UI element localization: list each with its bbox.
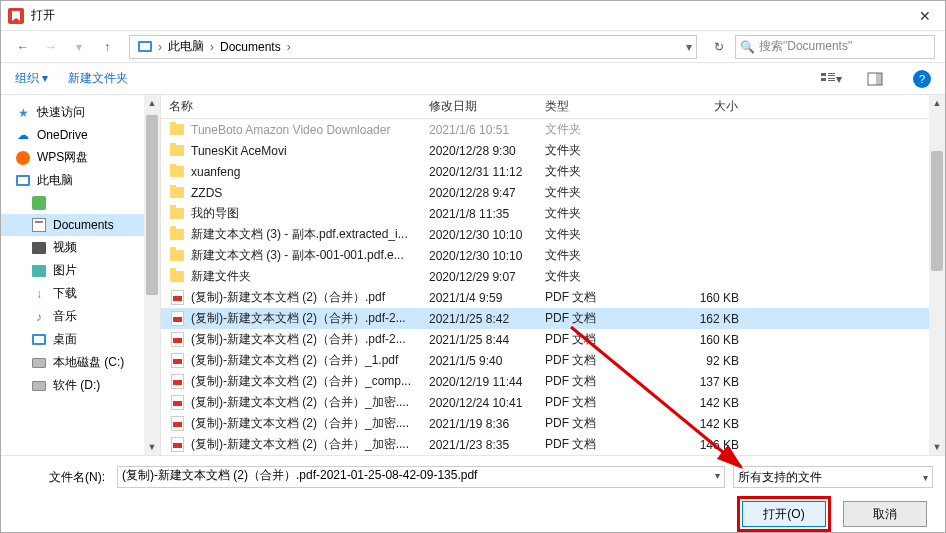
folder-icon (169, 185, 185, 201)
breadcrumb-folder[interactable]: Documents (216, 40, 285, 54)
newfolder-button[interactable]: 新建文件夹 (68, 70, 128, 87)
folder-icon (169, 227, 185, 243)
breadcrumb-root-icon[interactable] (134, 41, 156, 52)
file-name: ZZDS (191, 186, 222, 200)
file-type: PDF 文档 (537, 415, 647, 432)
file-type: PDF 文档 (537, 436, 647, 453)
table-row[interactable]: (复制)-新建文本文档 (2)（合并）.pdf2021/1/4 9:59PDF … (161, 287, 945, 308)
nav-forward-button[interactable]: → (39, 35, 63, 59)
table-row[interactable]: 新建文件夹2020/12/29 9:07文件夹 (161, 266, 945, 287)
table-row[interactable]: TunesKit AceMovi2020/12/28 9:30文件夹 (161, 140, 945, 161)
folder-icon (169, 164, 185, 180)
sidebar-scrollbar[interactable]: ▲ ▼ (144, 95, 160, 455)
file-type: 文件夹 (537, 121, 647, 138)
filelist-scrollbar[interactable]: ▲ ▼ (929, 95, 945, 455)
col-name[interactable]: 名称 (161, 98, 421, 115)
refresh-button[interactable]: ↻ (707, 35, 731, 59)
table-row[interactable]: (复制)-新建文本文档 (2)（合并）.pdf-2...2021/1/25 8:… (161, 308, 945, 329)
table-row[interactable]: (复制)-新建文本文档 (2)（合并）_1.pdf2021/1/5 9:40PD… (161, 350, 945, 371)
titlebar: 打开 ✕ (1, 1, 945, 31)
file-type: PDF 文档 (537, 331, 647, 348)
nav-back-button[interactable]: ← (11, 35, 35, 59)
chevron-down-icon[interactable]: ▾ (923, 472, 928, 483)
scroll-thumb[interactable] (931, 151, 943, 271)
filetype-filter[interactable]: 所有支持的文件 ▾ (733, 466, 933, 488)
sidebar-item[interactable]: 视频 (1, 236, 160, 259)
file-date: 2021/1/19 8:36 (421, 417, 537, 431)
table-row[interactable]: ZZDS2020/12/28 9:47文件夹 (161, 182, 945, 203)
sidebar-item-label: OneDrive (37, 128, 88, 142)
pdf-icon (169, 311, 185, 327)
sidebar-item-label: 音乐 (53, 308, 77, 325)
help-button[interactable]: ? (913, 70, 931, 88)
scroll-up-icon[interactable]: ▲ (929, 95, 945, 111)
table-row[interactable]: 新建文本文档 (3) - 副本.pdf.extracted_i...2020/1… (161, 224, 945, 245)
file-date: 2021/1/23 8:35 (421, 438, 537, 452)
bottom-panel: 文件名(N): (复制)-新建文本文档 (2)（合并）.pdf-2021-01-… (1, 455, 945, 533)
sidebar-item[interactable]: WPS网盘 (1, 146, 160, 169)
sidebar-item[interactable]: Documents (1, 214, 160, 236)
col-size[interactable]: 大小 (647, 98, 747, 115)
file-name: 我的导图 (191, 205, 239, 222)
file-name: (复制)-新建文本文档 (2)（合并）_1.pdf (191, 352, 398, 369)
sidebar-item[interactable]: 图片 (1, 259, 160, 282)
pdf-icon (169, 416, 185, 432)
file-type: 文件夹 (537, 142, 647, 159)
folder-icon (169, 143, 185, 159)
sidebar-item[interactable]: ↓下载 (1, 282, 160, 305)
sidebar-item[interactable] (1, 192, 160, 214)
nav-up-button[interactable]: ↑ (95, 35, 119, 59)
sidebar-item[interactable]: ♪音乐 (1, 305, 160, 328)
table-row[interactable]: 新建文本文档 (3) - 副本-001-001.pdf.e...2020/12/… (161, 245, 945, 266)
table-row[interactable]: (复制)-新建文本文档 (2)（合并）_加密....2021/1/19 8:36… (161, 413, 945, 434)
nav-history-button[interactable]: ▾ (67, 35, 91, 59)
filename-input[interactable]: (复制)-新建文本文档 (2)（合并）.pdf-2021-01-25-08-42… (117, 466, 725, 488)
table-row[interactable]: 我的导图2021/1/8 11:35文件夹 (161, 203, 945, 224)
sidebar-item[interactable]: 软件 (D:) (1, 374, 160, 397)
search-input[interactable]: 🔍 搜索"Documents" (735, 35, 935, 59)
file-date: 2020/12/19 11:44 (421, 375, 537, 389)
search-icon: 🔍 (740, 40, 755, 54)
file-date: 2021/1/25 8:42 (421, 312, 537, 326)
app-icon (7, 7, 25, 25)
scroll-down-icon[interactable]: ▼ (144, 439, 160, 455)
file-size: 146 KB (647, 438, 747, 452)
scroll-thumb[interactable] (146, 115, 158, 295)
table-row[interactable]: (复制)-新建文本文档 (2)（合并）.pdf-2...2021/1/25 8:… (161, 329, 945, 350)
sidebar-item[interactable]: ★快速访问 (1, 101, 160, 124)
file-size: 162 KB (647, 312, 747, 326)
sidebar-item[interactable]: 本地磁盘 (C:) (1, 351, 160, 374)
file-type: 文件夹 (537, 268, 647, 285)
organize-button[interactable]: 组织 ▾ (15, 70, 48, 87)
view-details-button[interactable]: ▾ (819, 67, 843, 91)
sidebar-icon (31, 263, 47, 279)
col-type[interactable]: 类型 (537, 98, 647, 115)
scroll-up-icon[interactable]: ▲ (144, 95, 160, 111)
pdf-icon (169, 353, 185, 369)
folder-icon (169, 248, 185, 264)
sidebar-icon: ♪ (31, 309, 47, 325)
col-date[interactable]: 修改日期 (421, 98, 537, 115)
cancel-button[interactable]: 取消 (843, 501, 927, 527)
folder-icon (169, 122, 185, 138)
table-row[interactable]: (复制)-新建文本文档 (2)（合并）_加密....2021/1/23 8:35… (161, 434, 945, 455)
sidebar-item[interactable]: 桌面 (1, 328, 160, 351)
file-name: 新建文本文档 (3) - 副本-001-001.pdf.e... (191, 247, 404, 264)
chevron-down-icon[interactable]: ▾ (715, 470, 720, 481)
file-size: 137 KB (647, 375, 747, 389)
table-row[interactable]: (复制)-新建文本文档 (2)（合并）_加密....2020/12/24 10:… (161, 392, 945, 413)
preview-pane-button[interactable] (863, 67, 887, 91)
table-row[interactable]: TuneBoto Amazon Video Downloader2021/1/6… (161, 119, 945, 140)
breadcrumb-pc[interactable]: 此电脑 (164, 38, 208, 55)
close-button[interactable]: ✕ (911, 8, 939, 24)
open-button[interactable]: 打开(O) (742, 501, 826, 527)
sidebar-item[interactable]: 此电脑 (1, 169, 160, 192)
breadcrumb-dropdown-icon[interactable]: ▾ (686, 40, 692, 54)
sidebar-item[interactable]: ☁OneDrive (1, 124, 160, 146)
breadcrumb[interactable]: › 此电脑 › Documents › ▾ (129, 35, 697, 59)
file-size: 160 KB (647, 333, 747, 347)
scroll-down-icon[interactable]: ▼ (929, 439, 945, 455)
table-row[interactable]: (复制)-新建文本文档 (2)（合并）_comp...2020/12/19 11… (161, 371, 945, 392)
sidebar-icon (31, 217, 47, 233)
table-row[interactable]: xuanfeng2020/12/31 11:12文件夹 (161, 161, 945, 182)
